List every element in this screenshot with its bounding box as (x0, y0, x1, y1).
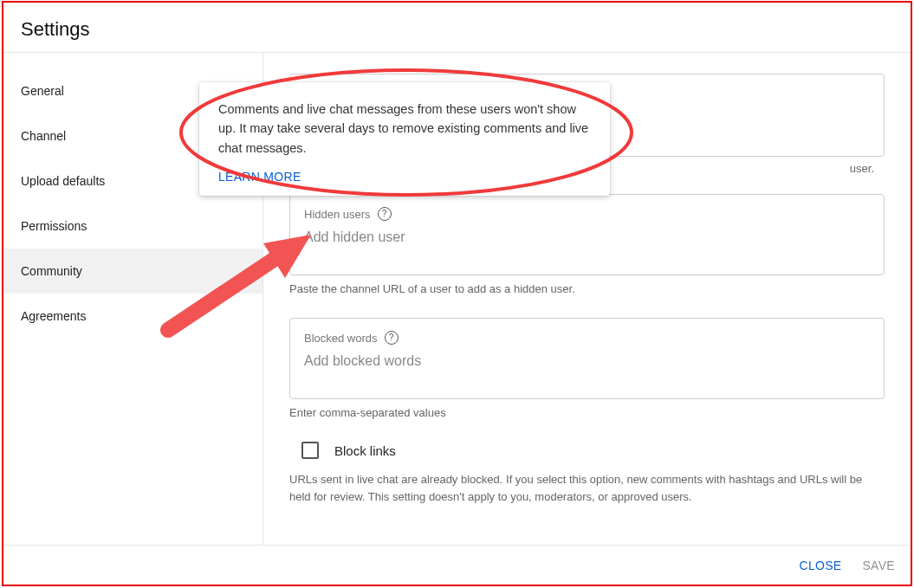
block-links-description: URLs sent in live chat are already block… (289, 471, 885, 505)
sidebar-item-permissions[interactable]: Permissions (3, 204, 263, 249)
hidden-user-input[interactable] (304, 229, 870, 245)
block-links-checkbox[interactable] (301, 442, 319, 459)
blocked-words-card: Blocked words ? (289, 318, 885, 399)
save-button[interactable]: SAVE (862, 559, 895, 572)
close-button[interactable]: CLOSE (800, 559, 842, 572)
blocked-words-helper: Enter comma-separated values (289, 406, 885, 419)
blocked-words-label: Blocked words (304, 332, 378, 345)
help-icon[interactable]: ? (378, 207, 392, 221)
block-links-label: Block links (334, 443, 396, 458)
page-title: Settings (21, 18, 893, 41)
dialog-footer: CLOSE SAVE (3, 545, 911, 585)
sidebar-item-agreements[interactable]: Agreements (3, 294, 263, 339)
moderators-helper-tail: user. (850, 162, 874, 175)
block-links-row: Block links (301, 442, 885, 459)
help-icon[interactable]: ? (385, 331, 399, 345)
sidebar-item-community[interactable]: Community (3, 249, 263, 294)
hidden-users-tooltip: Comments and live chat messages from the… (199, 82, 610, 196)
blocked-words-input[interactable] (304, 353, 870, 369)
tooltip-text: Comments and live chat messages from the… (218, 100, 591, 158)
learn-more-link[interactable]: LEARN MORE (218, 170, 591, 184)
hidden-users-helper: Paste the channel URL of a user to add a… (289, 282, 885, 295)
hidden-users-card: Hidden users ? (289, 194, 885, 275)
hidden-users-label: Hidden users (304, 208, 371, 221)
dialog-header: Settings (3, 3, 911, 53)
